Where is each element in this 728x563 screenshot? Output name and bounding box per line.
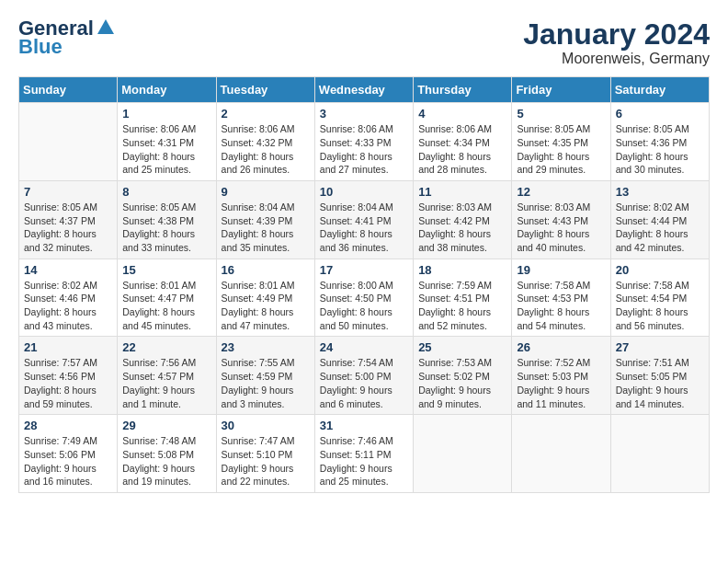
calendar-cell: 18Sunrise: 7:59 AM Sunset: 4:51 PM Dayli… — [414, 259, 512, 337]
title-block: January 2024 Moorenweis, Germany — [523, 18, 710, 67]
calendar-cell: 5Sunrise: 8:05 AM Sunset: 4:35 PM Daylig… — [512, 103, 610, 181]
day-info: Sunrise: 7:55 AM Sunset: 4:59 PM Dayligh… — [222, 356, 310, 410]
day-number: 5 — [517, 107, 605, 121]
day-info: Sunrise: 7:56 AM Sunset: 4:57 PM Dayligh… — [122, 356, 210, 410]
calendar-cell: 31Sunrise: 7:46 AM Sunset: 5:11 PM Dayli… — [314, 415, 413, 493]
calendar-cell: 24Sunrise: 7:54 AM Sunset: 5:00 PM Dayli… — [314, 337, 413, 415]
day-number: 23 — [222, 340, 310, 354]
day-info: Sunrise: 7:47 AM Sunset: 5:10 PM Dayligh… — [222, 434, 310, 488]
day-number: 22 — [122, 340, 210, 354]
calendar-cell: 6Sunrise: 8:05 AM Sunset: 4:36 PM Daylig… — [610, 103, 709, 181]
calendar-cell — [19, 103, 118, 181]
day-number: 6 — [616, 107, 704, 121]
day-info: Sunrise: 8:06 AM Sunset: 4:32 PM Dayligh… — [222, 122, 310, 177]
week-row-5: 28Sunrise: 7:49 AM Sunset: 5:06 PM Dayli… — [19, 415, 710, 493]
calendar-cell: 2Sunrise: 8:06 AM Sunset: 4:32 PM Daylig… — [216, 103, 314, 181]
day-number: 25 — [418, 340, 506, 354]
calendar-cell: 21Sunrise: 7:57 AM Sunset: 4:56 PM Dayli… — [19, 337, 118, 415]
logo-text-blue: Blue — [18, 35, 63, 59]
day-info: Sunrise: 7:51 AM Sunset: 5:05 PM Dayligh… — [616, 356, 704, 410]
calendar-cell: 27Sunrise: 7:51 AM Sunset: 5:05 PM Dayli… — [610, 337, 709, 415]
calendar-cell: 11Sunrise: 8:03 AM Sunset: 4:42 PM Dayli… — [414, 180, 512, 259]
day-number: 9 — [222, 185, 310, 199]
day-info: Sunrise: 7:59 AM Sunset: 4:51 PM Dayligh… — [418, 279, 506, 333]
day-number: 20 — [616, 263, 704, 277]
header-friday: Friday — [512, 77, 610, 103]
calendar-cell: 16Sunrise: 8:01 AM Sunset: 4:49 PM Dayli… — [216, 259, 314, 337]
day-info: Sunrise: 8:02 AM Sunset: 4:44 PM Dayligh… — [616, 201, 704, 255]
day-number: 14 — [24, 263, 112, 277]
week-row-4: 21Sunrise: 7:57 AM Sunset: 4:56 PM Dayli… — [19, 337, 710, 415]
day-number: 2 — [222, 107, 310, 121]
calendar-cell: 26Sunrise: 7:52 AM Sunset: 5:03 PM Dayli… — [512, 337, 610, 415]
day-info: Sunrise: 7:58 AM Sunset: 4:54 PM Dayligh… — [616, 279, 704, 333]
day-number: 15 — [122, 263, 210, 277]
calendar-cell — [512, 415, 610, 493]
calendar-cell: 7Sunrise: 8:05 AM Sunset: 4:37 PM Daylig… — [19, 180, 118, 259]
calendar-cell: 8Sunrise: 8:05 AM Sunset: 4:38 PM Daylig… — [118, 180, 216, 259]
calendar-cell: 14Sunrise: 8:02 AM Sunset: 4:46 PM Dayli… — [19, 259, 118, 337]
logo: General Blue — [18, 18, 114, 59]
day-number: 18 — [418, 263, 506, 277]
calendar-cell: 15Sunrise: 8:01 AM Sunset: 4:47 PM Dayli… — [118, 259, 216, 337]
day-info: Sunrise: 8:03 AM Sunset: 4:43 PM Dayligh… — [517, 201, 605, 255]
day-number: 7 — [24, 185, 112, 199]
header-thursday: Thursday — [414, 77, 512, 103]
header-saturday: Saturday — [610, 77, 709, 103]
calendar-cell: 19Sunrise: 7:58 AM Sunset: 4:53 PM Dayli… — [512, 259, 610, 337]
day-number: 16 — [222, 263, 310, 277]
day-info: Sunrise: 7:53 AM Sunset: 5:02 PM Dayligh… — [418, 356, 506, 410]
day-info: Sunrise: 8:00 AM Sunset: 4:50 PM Dayligh… — [320, 279, 408, 333]
calendar-cell: 3Sunrise: 8:06 AM Sunset: 4:33 PM Daylig… — [314, 103, 413, 181]
calendar-header-row: SundayMondayTuesdayWednesdayThursdayFrid… — [19, 77, 710, 103]
week-row-2: 7Sunrise: 8:05 AM Sunset: 4:37 PM Daylig… — [19, 180, 710, 259]
day-number: 27 — [616, 340, 704, 354]
day-number: 4 — [418, 107, 506, 121]
day-number: 17 — [320, 263, 408, 277]
week-row-3: 14Sunrise: 8:02 AM Sunset: 4:46 PM Dayli… — [19, 259, 710, 337]
logo-triangle-icon — [97, 19, 114, 38]
day-number: 13 — [616, 185, 704, 199]
calendar-table: SundayMondayTuesdayWednesdayThursdayFrid… — [18, 76, 710, 493]
day-info: Sunrise: 8:06 AM Sunset: 4:33 PM Dayligh… — [320, 122, 408, 177]
calendar-cell: 30Sunrise: 7:47 AM Sunset: 5:10 PM Dayli… — [216, 415, 314, 493]
day-number: 26 — [517, 340, 605, 354]
day-info: Sunrise: 7:46 AM Sunset: 5:11 PM Dayligh… — [320, 434, 408, 488]
week-row-1: 1Sunrise: 8:06 AM Sunset: 4:31 PM Daylig… — [19, 103, 710, 181]
calendar-cell: 29Sunrise: 7:48 AM Sunset: 5:08 PM Dayli… — [118, 415, 216, 493]
day-info: Sunrise: 8:05 AM Sunset: 4:38 PM Dayligh… — [122, 201, 210, 255]
header-sunday: Sunday — [19, 77, 118, 103]
calendar-cell: 12Sunrise: 8:03 AM Sunset: 4:43 PM Dayli… — [512, 180, 610, 259]
day-number: 8 — [122, 185, 210, 199]
calendar-cell — [610, 415, 709, 493]
day-number: 29 — [122, 419, 210, 432]
page-title: January 2024 — [523, 18, 710, 51]
calendar-cell: 25Sunrise: 7:53 AM Sunset: 5:02 PM Dayli… — [414, 337, 512, 415]
header-monday: Monday — [118, 77, 216, 103]
day-info: Sunrise: 8:01 AM Sunset: 4:47 PM Dayligh… — [122, 279, 210, 333]
calendar-cell: 28Sunrise: 7:49 AM Sunset: 5:06 PM Dayli… — [19, 415, 118, 493]
day-info: Sunrise: 8:05 AM Sunset: 4:37 PM Dayligh… — [24, 201, 112, 255]
calendar-cell: 23Sunrise: 7:55 AM Sunset: 4:59 PM Dayli… — [216, 337, 314, 415]
day-info: Sunrise: 8:05 AM Sunset: 4:36 PM Dayligh… — [616, 122, 704, 177]
calendar-cell: 9Sunrise: 8:04 AM Sunset: 4:39 PM Daylig… — [216, 180, 314, 259]
page-header: General Blue January 2024 Moorenweis, Ge… — [18, 18, 710, 67]
day-info: Sunrise: 8:02 AM Sunset: 4:46 PM Dayligh… — [24, 279, 112, 333]
day-number: 3 — [320, 107, 408, 121]
day-info: Sunrise: 7:57 AM Sunset: 4:56 PM Dayligh… — [24, 356, 112, 410]
page-subtitle: Moorenweis, Germany — [523, 51, 710, 67]
day-number: 28 — [24, 419, 112, 432]
day-info: Sunrise: 8:04 AM Sunset: 4:41 PM Dayligh… — [320, 201, 408, 255]
day-info: Sunrise: 8:05 AM Sunset: 4:35 PM Dayligh… — [517, 122, 605, 177]
calendar-cell: 4Sunrise: 8:06 AM Sunset: 4:34 PM Daylig… — [414, 103, 512, 181]
day-number: 12 — [517, 185, 605, 199]
calendar-cell: 22Sunrise: 7:56 AM Sunset: 4:57 PM Dayli… — [118, 337, 216, 415]
day-number: 21 — [24, 340, 112, 354]
day-number: 19 — [517, 263, 605, 277]
day-info: Sunrise: 8:06 AM Sunset: 4:34 PM Dayligh… — [418, 122, 506, 177]
day-info: Sunrise: 7:48 AM Sunset: 5:08 PM Dayligh… — [122, 434, 210, 488]
calendar-cell: 1Sunrise: 8:06 AM Sunset: 4:31 PM Daylig… — [118, 103, 216, 181]
day-info: Sunrise: 8:03 AM Sunset: 4:42 PM Dayligh… — [418, 201, 506, 255]
svg-marker-0 — [97, 19, 114, 34]
day-info: Sunrise: 7:54 AM Sunset: 5:00 PM Dayligh… — [320, 356, 408, 410]
